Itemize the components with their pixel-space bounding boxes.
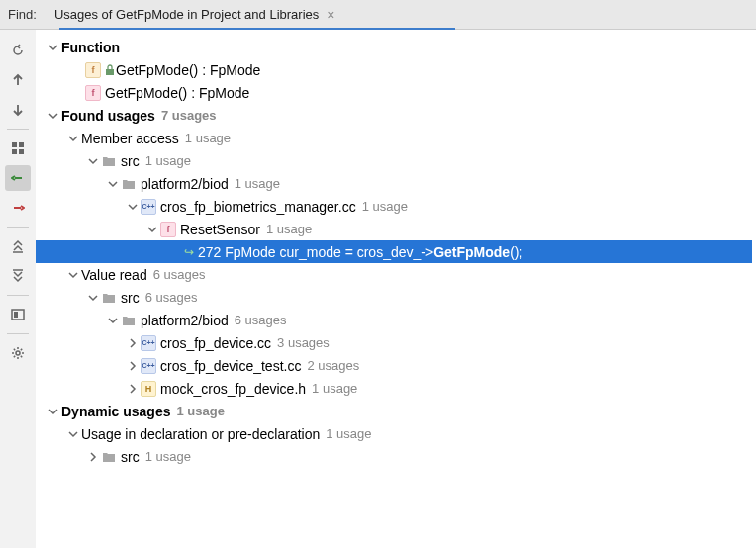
find-tab[interactable]: Usages of GetFpMode in Project and Libra…: [47, 0, 343, 29]
find-label: Find:: [8, 7, 37, 22]
close-tab-icon[interactable]: ×: [327, 7, 334, 23]
file-node[interactable]: C++ cros_fp_device.cc 3 usages: [36, 331, 752, 354]
function-item[interactable]: f GetFpMode() : FpMode: [36, 81, 752, 104]
lock-icon: [105, 64, 115, 76]
src-folder-node[interactable]: src 1 usage: [36, 445, 752, 468]
chevron-down-icon[interactable]: [105, 313, 121, 328]
function-icon: f: [160, 222, 176, 237]
chevron-down-icon[interactable]: [125, 199, 141, 215]
svg-rect-7: [106, 69, 114, 75]
platform2-biod-node[interactable]: platform2/biod 1 usage: [36, 172, 752, 195]
function-icon: f: [85, 85, 101, 101]
chevron-down-icon[interactable]: [46, 40, 61, 55]
find-toolbar: [0, 30, 36, 548]
folder-icon: [121, 313, 137, 328]
chevron-down-icon[interactable]: [85, 290, 101, 306]
folder-icon: [121, 176, 137, 192]
chevron-right-icon[interactable]: [125, 335, 141, 351]
reset-sensor-node[interactable]: f ResetSensor 1 usage: [36, 218, 752, 240]
expand-all-icon[interactable]: [5, 233, 31, 259]
usages-tree[interactable]: Function f GetFpMode() : FpMode f GetFpM…: [36, 30, 756, 548]
show-write-icon[interactable]: [5, 195, 31, 221]
chevron-down-icon[interactable]: [105, 176, 121, 192]
cpp-file-icon: C++: [141, 199, 156, 215]
code-match: GetFpMode: [433, 244, 510, 260]
svg-rect-3: [19, 149, 24, 154]
value-read-node[interactable]: Value read 6 usages: [36, 263, 752, 286]
find-header: Find: Usages of GetFpMode in Project and…: [0, 0, 756, 30]
chevron-right-icon[interactable]: [125, 358, 141, 374]
show-read-icon[interactable]: [5, 165, 31, 191]
chevron-down-icon[interactable]: [46, 108, 61, 124]
chevron-down-icon[interactable]: [65, 131, 81, 146]
line-number: 272: [198, 244, 221, 260]
svg-rect-2: [12, 149, 17, 154]
chevron-down-icon[interactable]: [65, 267, 81, 283]
folder-icon: [101, 449, 117, 465]
preview-icon[interactable]: [5, 302, 31, 327]
file-node[interactable]: C++ cros_fp_device_test.cc 2 usages: [36, 354, 752, 377]
found-usages-node[interactable]: Found usages 7 usages: [36, 104, 752, 127]
folder-icon: [101, 290, 117, 306]
group-by-icon[interactable]: [5, 136, 31, 161]
function-node[interactable]: Function: [36, 36, 752, 58]
code-prefix: FpMode cur_mode = cros_dev_->: [225, 244, 433, 260]
cpp-file-icon: C++: [141, 335, 156, 351]
folder-icon: [101, 153, 117, 169]
code-suffix: ();: [510, 244, 522, 260]
svg-point-6: [16, 351, 20, 355]
usage-line[interactable]: ↪ 272 FpMode cur_mode = cros_dev_->GetFp…: [36, 240, 752, 263]
function-icon: f: [85, 62, 101, 78]
prev-occurrence-icon[interactable]: [5, 67, 31, 93]
chevron-right-icon[interactable]: [125, 381, 141, 397]
header-file-icon: H: [141, 381, 156, 397]
rerun-icon[interactable]: [5, 38, 31, 63]
cpp-file-icon: C++: [141, 358, 156, 374]
next-occurrence-icon[interactable]: [5, 97, 31, 123]
src-folder-node[interactable]: src 6 usages: [36, 286, 752, 309]
file-node[interactable]: H mock_cros_fp_device.h 1 usage: [36, 377, 752, 400]
chevron-right-icon[interactable]: [85, 449, 101, 465]
member-access-node[interactable]: Member access 1 usage: [36, 127, 752, 149]
platform2-biod-node[interactable]: platform2/biod 6 usages: [36, 309, 752, 331]
find-tab-title: Usages of GetFpMode in Project and Libra…: [54, 7, 319, 22]
chevron-down-icon[interactable]: [85, 153, 101, 169]
usage-declaration-node[interactable]: Usage in declaration or pre-declaration …: [36, 422, 752, 445]
chevron-down-icon[interactable]: [144, 222, 160, 237]
function-item[interactable]: f GetFpMode() : FpMode: [36, 58, 752, 81]
svg-rect-5: [14, 312, 18, 318]
src-folder-node[interactable]: src 1 usage: [36, 149, 752, 172]
settings-icon[interactable]: [5, 340, 31, 366]
svg-rect-1: [19, 142, 24, 147]
collapse-all-icon[interactable]: [5, 263, 31, 289]
dynamic-usages-node[interactable]: Dynamic usages 1 usage: [36, 400, 752, 422]
read-access-icon: ↪: [184, 245, 194, 259]
file-node[interactable]: C++ cros_fp_biometrics_manager.cc 1 usag…: [36, 195, 752, 218]
chevron-down-icon[interactable]: [46, 404, 61, 419]
svg-rect-0: [12, 142, 17, 147]
chevron-down-icon[interactable]: [65, 426, 81, 442]
